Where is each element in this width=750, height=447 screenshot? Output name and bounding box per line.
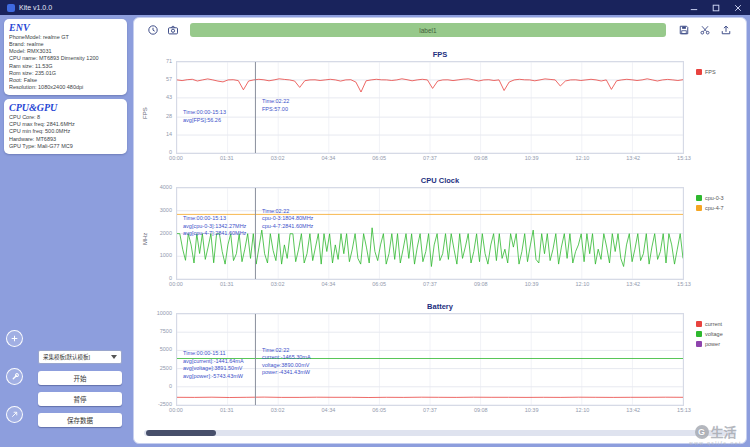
fps-legend: FPS	[684, 61, 740, 165]
x-tick-label: 15:13	[677, 155, 691, 161]
legend-label: power	[705, 341, 720, 347]
chart-toolbar: label1	[134, 18, 746, 39]
x-tick-label: 04:34	[322, 407, 336, 413]
export-icon[interactable]	[719, 24, 732, 37]
legend-item[interactable]: FPS	[696, 69, 740, 75]
scrollbar-handle[interactable]	[146, 430, 216, 436]
y-tick-label: 71	[166, 58, 172, 64]
x-tick-label: 10:39	[525, 155, 539, 161]
save-data-button[interactable]: 保存数据	[38, 413, 122, 427]
legend-label: cpu-0-3	[705, 195, 724, 201]
env-info-line: Model: RMX3031	[9, 48, 122, 55]
x-tick-label: 12:10	[576, 407, 590, 413]
pause-button[interactable]: 暂停	[38, 392, 122, 406]
cpu-clock-chart: CPU Clock MHz 01000200030004000 Time:00:…	[140, 175, 740, 291]
y-tick-label: 28	[166, 113, 172, 119]
x-tick-label: 09:08	[474, 155, 488, 161]
x-tick-label: 06:05	[372, 407, 386, 413]
x-tick-label: 01:31	[220, 407, 234, 413]
legend-item[interactable]: voltage	[696, 331, 740, 337]
battery-y-axis-ticks: -2500025005000750010000	[150, 313, 176, 406]
cpugpu-info-line: CPU min freq: 500.0MHz	[9, 128, 122, 135]
fps-x-axis-ticks: 00:0001:3103:0204:3406:0507:3709:0810:39…	[176, 154, 684, 165]
chevron-down-icon	[111, 355, 117, 359]
battery-plot-area[interactable]: Time:00:00-15:11avg[current]:-1441.64mAa…	[176, 313, 684, 406]
capture-controls: 采集模板[默认模板] 开始 暂停 保存数据	[38, 350, 122, 427]
cpu-x-axis-ticks: 00:0001:3103:0204:3406:0507:3709:0810:39…	[176, 280, 684, 291]
x-tick-label: 13:42	[626, 155, 640, 161]
legend-label: voltage	[705, 331, 723, 337]
fps-chart: FPS FPS 01428435771 Time:00:00-15:13avg[…	[140, 49, 740, 165]
legend-item[interactable]: power	[696, 341, 740, 347]
battery-legend: currentvoltagepower	[684, 313, 740, 417]
y-tick-label: 14	[166, 131, 172, 137]
cpugpu-card-title: CPU&GPU	[9, 102, 122, 113]
env-info-line: Rom size: 235.01G	[9, 70, 122, 77]
battery-y-axis-label	[140, 313, 150, 417]
env-info-line: CPU name: MT6893 Dimensity 1200	[9, 55, 122, 62]
y-tick-label: 5000	[160, 346, 172, 352]
legend-item[interactable]: cpu-4-7	[696, 205, 740, 211]
legend-label: FPS	[705, 69, 716, 75]
template-select[interactable]: 采集模板[默认模板]	[38, 350, 122, 364]
battery-chart-title: Battery	[140, 301, 740, 313]
camera-icon[interactable]	[166, 24, 179, 37]
y-tick-label: 0	[169, 383, 172, 389]
cpugpu-card: CPU&GPU CPU Core: 8CPU max freq: 2841.6M…	[4, 99, 127, 154]
y-tick-label: 2500	[160, 365, 172, 371]
settings-wrench-button[interactable]	[6, 368, 23, 385]
env-info-line: PhoneModel: realme GT	[9, 34, 122, 41]
env-info-line: Root: False	[9, 77, 122, 84]
env-info-line: Resolution: 1080x2400 480dpi	[9, 84, 122, 91]
start-button[interactable]: 开始	[38, 371, 122, 385]
env-info-line: Ram size: 11.53G	[9, 63, 122, 70]
history-icon[interactable]	[146, 24, 159, 37]
close-icon[interactable]	[733, 3, 743, 13]
legend-label: cpu-4-7	[705, 205, 724, 211]
share-button[interactable]	[6, 406, 23, 423]
label-input[interactable]: label1	[190, 23, 666, 37]
cpu-chart-title: CPU Clock	[140, 175, 740, 187]
main-panel: label1	[133, 17, 747, 444]
env-card-title: ENV	[9, 22, 122, 33]
window-controls	[689, 3, 743, 13]
scissors-icon[interactable]	[698, 24, 711, 37]
horizontal-scrollbar[interactable]	[144, 430, 736, 436]
cpugpu-card-lines: CPU Core: 8CPU max freq: 2841.6MHzCPU mi…	[9, 114, 122, 150]
minimize-icon[interactable]	[689, 3, 699, 13]
y-tick-label: 4000	[160, 184, 172, 190]
legend-item[interactable]: cpu-0-3	[696, 195, 740, 201]
x-tick-label: 13:42	[626, 407, 640, 413]
x-tick-label: 03:02	[271, 407, 285, 413]
x-tick-label: 04:34	[322, 281, 336, 287]
fps-plot-area[interactable]: Time:00:00-15:13avg[FPS]:56.26Time:02:22…	[176, 61, 684, 154]
y-tick-label: 10000	[157, 310, 172, 316]
cpugpu-info-line: CPU max freq: 2841.6MHz	[9, 121, 122, 128]
add-button[interactable]	[6, 330, 23, 347]
x-tick-label: 10:39	[525, 407, 539, 413]
x-tick-label: 03:02	[271, 155, 285, 161]
legend-label: current	[705, 321, 722, 327]
legend-item[interactable]: current	[696, 321, 740, 327]
env-info-line: Brand: realme	[9, 41, 122, 48]
x-tick-label: 03:02	[271, 281, 285, 287]
x-tick-label: 12:10	[576, 281, 590, 287]
x-tick-label: 07:37	[423, 155, 437, 161]
x-tick-label: 06:05	[372, 155, 386, 161]
cpu-y-axis-ticks: 01000200030004000	[150, 187, 176, 280]
maximize-icon[interactable]	[711, 3, 721, 13]
save-icon[interactable]	[677, 24, 690, 37]
env-card-lines: PhoneModel: realme GTBrand: realmeModel:…	[9, 34, 122, 91]
window-title: Kite v1.0.0	[19, 4, 52, 11]
x-tick-label: 15:13	[677, 407, 691, 413]
titlebar: Kite v1.0.0	[0, 0, 750, 15]
fps-y-axis-label: FPS	[140, 61, 150, 165]
charts-area: FPS FPS 01428435771 Time:00:00-15:13avg[…	[134, 39, 746, 427]
x-tick-label: 04:34	[322, 155, 336, 161]
x-tick-label: 13:42	[626, 281, 640, 287]
x-tick-label: 01:31	[220, 155, 234, 161]
y-tick-label: 57	[166, 76, 172, 82]
x-tick-label: 10:39	[525, 281, 539, 287]
x-tick-label: 00:00	[169, 281, 183, 287]
cpu-plot-area[interactable]: Time:00:00-15:13avg[cpu-0-3]:1342.27MHza…	[176, 187, 684, 280]
